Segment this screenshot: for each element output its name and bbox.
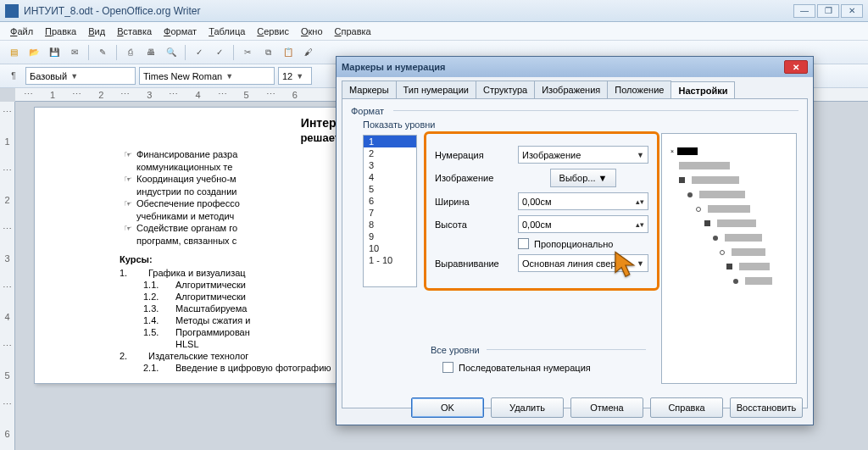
- list-number: 1.3.: [143, 303, 175, 314]
- bullet-glyph: ☞: [120, 149, 136, 160]
- mail-icon[interactable]: ✉: [66, 44, 83, 61]
- list-number: 2.: [120, 351, 148, 361]
- list-number: 1.4.: [143, 315, 175, 325]
- level-item[interactable]: 4: [364, 171, 416, 183]
- menu-table[interactable]: Таблица: [203, 25, 250, 38]
- list-number: 1.1.: [143, 280, 175, 290]
- doc-text: Графика и визуализац: [148, 268, 246, 278]
- paste-icon[interactable]: 📋: [280, 44, 297, 61]
- font-name-combo[interactable]: Times New Roman▼: [139, 67, 275, 85]
- app-icon: [5, 4, 19, 18]
- font-size-combo[interactable]: 12▼: [278, 67, 312, 85]
- menu-tools[interactable]: Сервис: [252, 25, 294, 38]
- minimize-button[interactable]: —: [793, 4, 815, 18]
- vertical-ruler[interactable]: ⋯1⋯2⋯3⋯4⋯5⋯6⋯7⋯8⋯9⋯10⋯11⋯12⋯13: [0, 102, 15, 450]
- bullets-numbering-dialog: Маркеры и нумерация ✕ МаркерыТип нумерац…: [336, 56, 814, 425]
- bullet-glyph: ☞: [120, 223, 136, 234]
- dialog-tabs: МаркерыТип нумерацииСтруктураИзображения…: [337, 77, 813, 98]
- numbering-label: Нумерация: [435, 150, 513, 160]
- height-spinner[interactable]: 0,00см▴▾: [518, 215, 648, 233]
- dialog-titlebar[interactable]: Маркеры и нумерация ✕: [337, 57, 813, 77]
- checkbox-icon: [442, 362, 453, 373]
- doc-text: HLSL: [175, 339, 199, 349]
- show-levels-label: Показать уровни: [363, 119, 436, 130]
- cut-icon[interactable]: ✂: [239, 44, 256, 61]
- cursor-icon: [613, 250, 638, 281]
- save-icon[interactable]: 💾: [46, 44, 63, 61]
- pdf-icon[interactable]: ⎙: [122, 44, 139, 61]
- level-item[interactable]: 8: [364, 219, 416, 231]
- tab-Настройки[interactable]: Настройки: [670, 81, 735, 99]
- spellcheck-icon[interactable]: ✓: [191, 44, 208, 61]
- list-number: 2.1.: [143, 363, 175, 373]
- numbering-combo[interactable]: Изображение▼: [518, 146, 648, 164]
- image-select-button[interactable]: Выбор... ▼: [550, 169, 617, 187]
- menubar: Файл Правка Вид Вставка Формат Таблица С…: [0, 22, 868, 41]
- menu-insert[interactable]: Вставка: [112, 25, 157, 38]
- tab-Изображения[interactable]: Изображения: [534, 81, 608, 98]
- doc-text: Финансирование разра: [136, 149, 237, 160]
- level-item[interactable]: 1 - 10: [364, 254, 416, 266]
- maximize-button[interactable]: ❐: [817, 4, 839, 18]
- format-fieldset-label: Формат: [351, 106, 384, 116]
- level-item[interactable]: 9: [364, 231, 416, 242]
- restore-button[interactable]: Восстановить: [730, 397, 803, 418]
- dialog-button-row: OK Удалить Отмена Справка Восстановить: [337, 397, 813, 418]
- paragraph-style-combo[interactable]: Базовый▼: [25, 67, 136, 85]
- doc-text: Программирован: [175, 327, 250, 337]
- proportional-checkbox[interactable]: Пропорционально: [435, 238, 648, 249]
- dialog-close-button[interactable]: ✕: [784, 60, 808, 74]
- help-button[interactable]: Справка: [650, 397, 723, 418]
- height-label: Высота: [435, 219, 513, 230]
- brush-icon[interactable]: 🖌: [300, 44, 317, 61]
- menu-format[interactable]: Формат: [159, 25, 202, 38]
- delete-button[interactable]: Удалить: [491, 397, 564, 418]
- menu-view[interactable]: Вид: [83, 25, 110, 38]
- close-button[interactable]: ✕: [841, 4, 863, 18]
- tab-Тип нумерации[interactable]: Тип нумерации: [396, 81, 476, 98]
- checkbox-icon: [518, 238, 529, 249]
- autocheck-icon[interactable]: ✓: [211, 44, 228, 61]
- copy-icon[interactable]: ⧉: [259, 44, 276, 61]
- menu-window[interactable]: Окно: [296, 25, 328, 38]
- levels-listbox[interactable]: 123456789101 - 10: [363, 135, 417, 287]
- open-icon[interactable]: 📂: [25, 44, 42, 61]
- list-number: 1.2.: [143, 292, 175, 302]
- doc-text: Введение в цифровую фотографию: [175, 363, 331, 373]
- preview-icon[interactable]: 🔍: [163, 44, 180, 61]
- level-item[interactable]: 7: [364, 207, 416, 219]
- edit-icon[interactable]: ✎: [94, 44, 111, 61]
- doc-text: учебниками и методич: [136, 211, 234, 221]
- menu-help[interactable]: Справка: [330, 25, 376, 38]
- bullet-glyph: ☞: [120, 174, 136, 185]
- level-item[interactable]: 3: [364, 159, 416, 171]
- menu-edit[interactable]: Правка: [40, 25, 81, 38]
- styles-icon[interactable]: ¶: [5, 68, 22, 85]
- doc-text: Алгоритмически: [175, 292, 246, 302]
- width-spinner[interactable]: 0,00см▴▾: [518, 192, 648, 210]
- level-item[interactable]: 1: [364, 136, 416, 147]
- doc-text: индустрии по создании: [136, 186, 236, 197]
- list-number: 1.: [120, 268, 148, 278]
- tab-Структура[interactable]: Структура: [476, 81, 535, 98]
- cancel-button[interactable]: Отмена: [570, 397, 643, 418]
- window-titlebar: ИНТУИТ_8.odt - OpenOffice.org Writer — ❐…: [0, 0, 868, 22]
- preview-pane: ×: [661, 133, 797, 384]
- level-item[interactable]: 10: [364, 242, 416, 254]
- level-item[interactable]: 5: [364, 183, 416, 195]
- menu-file[interactable]: Файл: [5, 25, 38, 38]
- doc-text: Координация учебно-м: [136, 174, 236, 185]
- level-item[interactable]: 2: [364, 147, 416, 159]
- doc-text: программ, связанных с: [136, 236, 236, 246]
- level-item[interactable]: 6: [364, 195, 416, 207]
- tab-Положение[interactable]: Положение: [607, 81, 671, 98]
- new-doc-icon[interactable]: ▤: [5, 44, 22, 61]
- dialog-title: Маркеры и нумерация: [342, 62, 445, 72]
- ok-button[interactable]: OK: [411, 397, 484, 418]
- image-label: Изображение: [435, 173, 513, 183]
- doc-text: Обеспечение профессо: [136, 198, 240, 209]
- tab-Маркеры[interactable]: Маркеры: [342, 81, 397, 98]
- font-name-value: Times New Roman: [143, 71, 222, 81]
- print-icon[interactable]: 🖶: [142, 44, 159, 61]
- sequential-numbering-checkbox[interactable]: Последовательная нумерация: [442, 362, 591, 373]
